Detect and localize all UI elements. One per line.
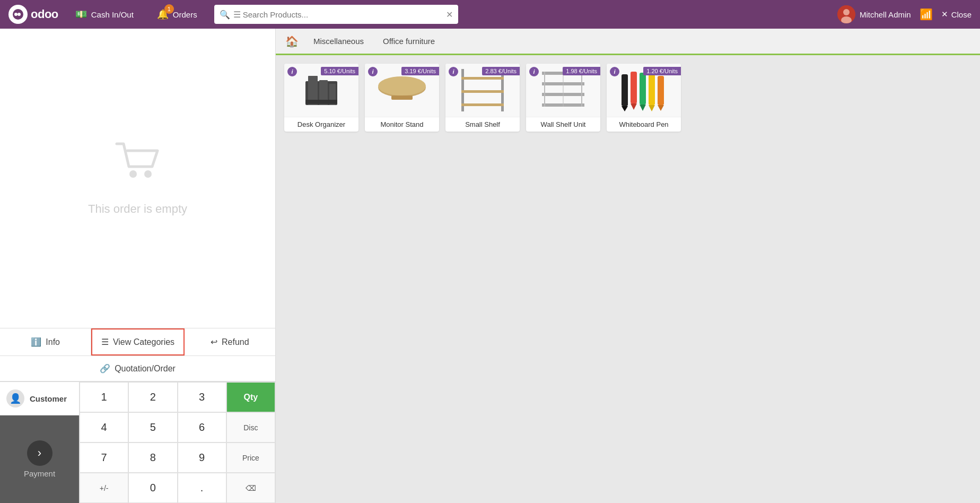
cash-in-out-button[interactable]: 💵 Cash In/Out — [69, 5, 140, 23]
empty-order-text: This order is empty — [88, 202, 187, 216]
product-name: Wall Shelf Unit — [526, 117, 600, 132]
svg-marker-33 — [640, 105, 646, 111]
product-name: Whiteboard Pen — [607, 117, 681, 132]
num-3-button[interactable]: 3 — [178, 382, 226, 412]
hamburger-icon: ☰ — [233, 10, 241, 20]
num-1-button[interactable]: 1 — [80, 382, 128, 412]
product-info-icon: i — [287, 67, 297, 76]
product-card-small-shelf[interactable]: i 2.83 €/Units Small Shelf — [445, 64, 520, 132]
svg-point-1 — [14, 13, 18, 16]
product-card-desk-organizer[interactable]: i 5.10 €/Units Desk Organizer — [284, 64, 358, 132]
customer-label: Customer — [30, 394, 67, 403]
svg-marker-35 — [649, 105, 655, 111]
svg-rect-15 — [391, 96, 413, 100]
quotation-row: 🔗 Quotation/Order — [0, 356, 275, 382]
product-card-wall-shelf-unit[interactable]: i 1.98 €/Units Wall Shelf Unit — [526, 64, 600, 132]
orders-button[interactable]: 🔔 1 Orders — [151, 5, 204, 23]
info-icon: ℹ️ — [31, 337, 41, 347]
svg-point-7 — [144, 170, 152, 178]
backspace-button[interactable]: ⌫ — [226, 473, 275, 503]
svg-rect-36 — [658, 76, 664, 105]
user-info: Mitchell Admin — [837, 5, 911, 23]
svg-rect-32 — [640, 73, 646, 105]
refund-icon: ↩ — [211, 337, 217, 347]
svg-rect-20 — [461, 103, 504, 106]
price-button[interactable]: Price — [226, 443, 275, 473]
info-tab-label: Info — [46, 337, 60, 347]
svg-marker-29 — [622, 106, 628, 111]
customer-button[interactable]: 👤 Customer — [0, 382, 79, 415]
search-icon: 🔍 — [220, 10, 230, 20]
svg-rect-30 — [631, 72, 637, 103]
close-icon: ✕ — [941, 10, 948, 19]
num-0-button[interactable]: 0 — [128, 473, 177, 503]
clear-search-icon[interactable]: ✕ — [446, 10, 453, 20]
num-5-button[interactable]: 5 — [128, 412, 177, 443]
decimal-button[interactable]: . — [178, 473, 226, 503]
refund-label: Refund — [222, 337, 249, 347]
tab-row: ℹ️ Info ☰ View Categories ↩ Refund — [0, 328, 275, 356]
disc-button[interactable]: Disc — [226, 412, 275, 443]
num-2-button[interactable]: 2 — [128, 382, 177, 412]
svg-rect-28 — [622, 74, 628, 106]
num-9-button[interactable]: 9 — [178, 443, 226, 473]
qty-button[interactable]: Qty — [226, 382, 275, 412]
miscellaneous-label: Miscellaneous — [313, 37, 364, 46]
product-price-badge: 1.98 €/Units — [563, 67, 600, 75]
product-name: Small Shelf — [445, 117, 520, 132]
refund-tab-button[interactable]: ↩ Refund — [185, 328, 275, 355]
product-info-icon: i — [610, 67, 619, 76]
wifi-icon: 📶 — [920, 8, 933, 21]
product-card-whiteboard-pen[interactable]: i 1.20 €/Units — [607, 64, 681, 132]
customer-payment-col: 👤 Customer › Payment — [0, 382, 80, 503]
miscellaneous-tab[interactable]: Miscellaneous — [304, 31, 373, 51]
svg-marker-37 — [658, 105, 664, 111]
person-icon: 👤 — [6, 389, 24, 407]
product-info-icon: i — [529, 67, 539, 76]
logo-circle — [8, 5, 28, 24]
header-right: Mitchell Admin 📶 ✕ Close — [837, 5, 972, 23]
search-bar: 🔍 ☰ ✕ — [214, 5, 458, 24]
left-panel: This order is empty ℹ️ Info ☰ View Categ… — [0, 29, 276, 503]
user-name: Mitchell Admin — [860, 10, 911, 19]
svg-point-4 — [843, 9, 850, 15]
svg-marker-31 — [631, 103, 637, 110]
quotation-order-button[interactable]: 🔗 Quotation/Order — [0, 356, 275, 381]
category-tabs: 🏠 Miscellaneous Office furniture — [276, 29, 980, 55]
num-8-button[interactable]: 8 — [128, 443, 177, 473]
home-icon: 🏠 — [285, 36, 299, 47]
plus-minus-button[interactable]: +/- — [80, 473, 128, 503]
right-panel: 🏠 Miscellaneous Office furniture i 5.10 … — [276, 29, 980, 503]
orders-badge-wrapper: 🔔 1 — [157, 8, 169, 20]
product-price-badge: 3.19 €/Units — [401, 67, 439, 75]
office-furniture-tab[interactable]: Office furniture — [373, 31, 444, 51]
view-categories-label: View Categories — [113, 337, 174, 347]
product-name: Desk Organizer — [284, 117, 358, 132]
orders-count-badge: 1 — [164, 4, 174, 14]
product-price-badge: 1.20 €/Units — [643, 67, 681, 75]
num-7-button[interactable]: 7 — [80, 443, 128, 473]
bottom-controls: ℹ️ Info ☰ View Categories ↩ Refund 🔗 Quo… — [0, 328, 275, 503]
cart-icon — [114, 141, 162, 194]
home-button[interactable]: 🏠 — [280, 32, 304, 51]
logo-text: odoo — [31, 7, 58, 21]
payment-button[interactable]: › Payment — [0, 415, 79, 503]
payment-label: Payment — [24, 469, 55, 478]
main-layout: This order is empty ℹ️ Info ☰ View Categ… — [0, 29, 980, 503]
numpad-section: 👤 Customer › Payment 1 2 3 Qty 4 5 6 — [0, 382, 275, 503]
info-tab-button[interactable]: ℹ️ Info — [0, 328, 91, 355]
header: odoo 💵 Cash In/Out 🔔 1 Orders 🔍 ☰ ✕ Mitc… — [0, 0, 980, 29]
close-button[interactable]: ✕ Close — [941, 10, 972, 19]
quotation-btn-label: Quotation/Order — [115, 364, 176, 374]
num-6-button[interactable]: 6 — [178, 412, 226, 443]
view-categories-tab-button[interactable]: ☰ View Categories — [91, 328, 184, 355]
search-input[interactable] — [243, 10, 446, 19]
product-price-badge: 2.83 €/Units — [482, 67, 520, 75]
svg-rect-19 — [461, 90, 504, 93]
svg-point-6 — [129, 170, 137, 178]
cash-btn-label: Cash In/Out — [91, 10, 134, 19]
product-card-monitor-stand[interactable]: i 3.19 €/Units Monitor Stand — [365, 64, 439, 132]
num-4-button[interactable]: 4 — [80, 412, 128, 443]
office-furniture-label: Office furniture — [383, 37, 435, 46]
product-info-icon: i — [368, 67, 378, 76]
